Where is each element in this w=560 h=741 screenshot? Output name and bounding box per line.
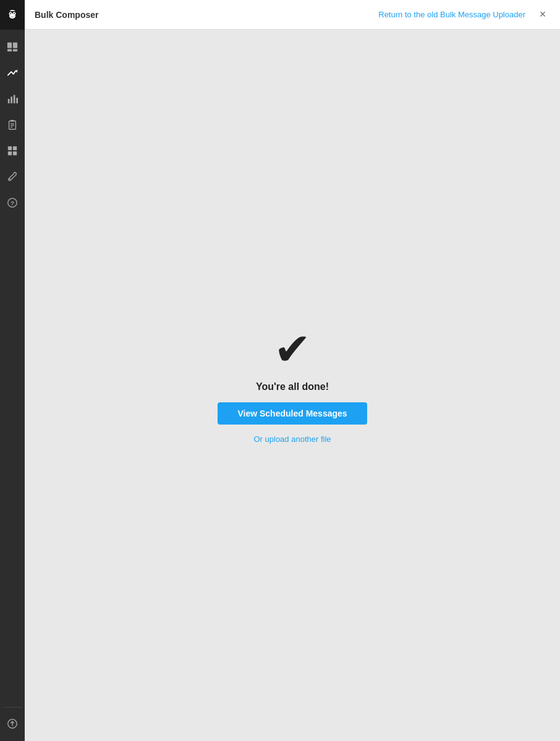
apps-icon [7, 145, 18, 156]
checkmark-icon: ✔ [274, 327, 311, 371]
svg-point-4 [14, 13, 15, 14]
sidebar-item-streams[interactable] [0, 35, 25, 59]
tools-icon [7, 171, 18, 182]
svg-rect-10 [8, 99, 10, 103]
svg-rect-20 [13, 146, 17, 150]
svg-text:?: ? [11, 200, 14, 206]
svg-rect-21 [8, 151, 12, 155]
svg-rect-6 [13, 43, 17, 48]
sidebar-divider [3, 707, 22, 708]
sidebar-nav: ? [0, 30, 25, 705]
sidebar-item-tools[interactable] [0, 164, 25, 189]
upload-bottom-icon [7, 718, 18, 729]
sidebar-item-help[interactable]: ? [0, 190, 25, 215]
sidebar-item-assignments[interactable] [0, 112, 25, 137]
svg-rect-11 [11, 96, 12, 103]
svg-rect-13 [16, 98, 18, 103]
close-button[interactable]: × [535, 7, 550, 22]
main-area: Bulk Composer Return to the old Bulk Mes… [25, 0, 560, 741]
sidebar-item-upload[interactable] [0, 711, 25, 736]
upload-another-file-link[interactable]: Or upload another file [253, 434, 331, 444]
sidebar-item-analytics[interactable] [0, 87, 25, 111]
streams-icon [7, 41, 18, 53]
sidebar: ? [0, 0, 25, 741]
success-area: ✔ You're all done! View Scheduled Messag… [218, 327, 367, 444]
header: Bulk Composer Return to the old Bulk Mes… [25, 0, 560, 30]
svg-rect-7 [7, 49, 12, 52]
svg-rect-22 [13, 151, 17, 155]
done-text: You're all done! [256, 381, 329, 392]
analytics-icon [7, 93, 18, 104]
svg-point-3 [10, 13, 11, 14]
svg-rect-15 [11, 120, 14, 122]
svg-point-23 [9, 179, 11, 180]
svg-rect-12 [14, 95, 15, 104]
svg-point-2 [9, 14, 15, 19]
sidebar-logo [0, 0, 25, 30]
header-right: Return to the old Bulk Message Uploader … [378, 7, 550, 22]
compose-icon [7, 67, 18, 78]
view-scheduled-messages-button[interactable]: View Scheduled Messages [218, 402, 367, 425]
owl-icon [5, 7, 20, 22]
return-link[interactable]: Return to the old Bulk Message Uploader [378, 10, 525, 19]
sidebar-item-apps[interactable] [0, 138, 25, 163]
assignments-icon [7, 119, 18, 130]
help-icon: ? [7, 197, 18, 208]
sidebar-item-compose[interactable] [0, 61, 25, 85]
sidebar-bottom [0, 705, 25, 741]
content-area: ✔ You're all done! View Scheduled Messag… [25, 30, 560, 741]
page-title: Bulk Composer [35, 10, 98, 20]
svg-rect-5 [7, 43, 12, 48]
svg-rect-19 [8, 146, 12, 150]
svg-rect-8 [13, 49, 17, 52]
